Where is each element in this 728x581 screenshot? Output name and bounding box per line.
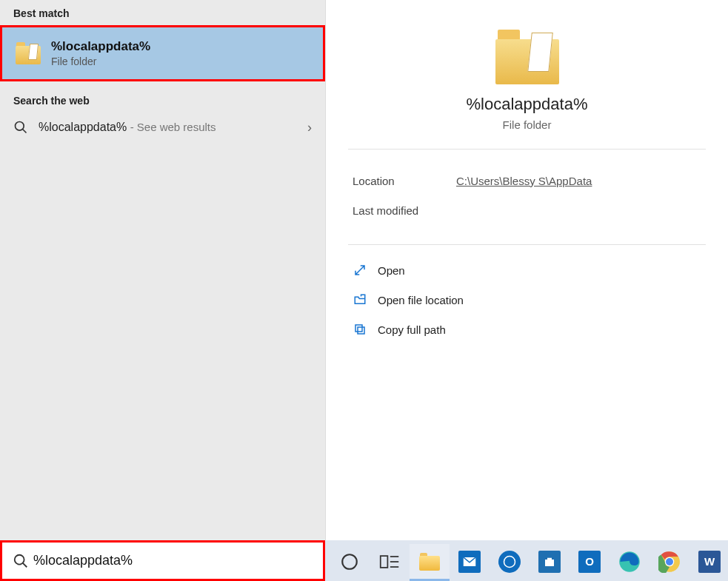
taskbar-dell-app[interactable]	[490, 544, 530, 581]
open-location-label: Open file location	[378, 294, 464, 306]
taskbar-icons: O W	[330, 540, 728, 581]
taskbar-mail[interactable]	[450, 544, 490, 581]
open-action[interactable]: Open	[345, 255, 709, 285]
svg-rect-5	[381, 556, 388, 568]
taskbar-search-box[interactable]	[0, 540, 325, 581]
best-match-section-header: Best match	[0, 0, 325, 22]
taskbar-edge[interactable]	[610, 544, 649, 581]
detail-actions: Open Open file location Copy full path	[326, 245, 728, 355]
detail-title: %localappdata%	[467, 95, 588, 114]
mail-icon	[458, 551, 481, 573]
copy-icon	[353, 322, 367, 337]
task-view-icon	[379, 553, 400, 571]
detail-subtitle: File folder	[503, 118, 552, 131]
svg-point-4	[342, 554, 357, 569]
chevron-right-icon: ›	[307, 120, 312, 135]
svg-rect-3	[355, 325, 362, 332]
best-match-result[interactable]: %localappdata% File folder	[0, 25, 325, 81]
search-web-result[interactable]: %localappdata% - See web results ›	[0, 110, 325, 145]
open-label: Open	[378, 264, 405, 277]
word-icon: W	[698, 551, 721, 573]
taskbar-chrome[interactable]	[649, 544, 689, 581]
web-result-hint: - See web results	[130, 121, 216, 133]
best-match-title: %localappdata%	[51, 39, 150, 54]
chrome-icon	[658, 551, 681, 573]
svg-line-1	[23, 130, 27, 133]
taskbar-store[interactable]	[530, 544, 570, 581]
start-search-detail-panel: %localappdata% File folder Location C:\U…	[325, 0, 728, 540]
taskbar-outlook[interactable]: O	[570, 544, 610, 581]
svg-line-16	[23, 562, 27, 567]
outlook-icon: O	[578, 551, 601, 573]
taskbar-task-view[interactable]	[370, 544, 410, 581]
open-icon	[353, 263, 367, 278]
dell-icon	[498, 551, 521, 573]
start-search-left-panel: Best match %localappdata% File folder Se…	[0, 0, 325, 540]
svg-point-15	[15, 554, 24, 564]
best-match-subtitle: File folder	[51, 56, 150, 67]
folder-icon	[495, 30, 559, 84]
last-modified-label: Last modified	[353, 204, 456, 217]
svg-point-14	[666, 558, 673, 565]
file-explorer-icon	[419, 553, 440, 571]
open-file-location-action[interactable]: Open file location	[345, 285, 709, 315]
detail-preview: %localappdata% File folder	[326, 0, 728, 149]
cortana-icon	[340, 552, 359, 571]
store-icon	[538, 551, 561, 573]
search-icon	[13, 120, 28, 135]
folder-icon	[16, 42, 41, 64]
svg-point-10	[504, 556, 515, 567]
search-icon	[13, 553, 29, 569]
location-label: Location	[353, 175, 456, 187]
taskbar-file-explorer[interactable]	[410, 544, 450, 581]
web-result-text: %localappdata%	[39, 121, 127, 133]
copy-path-label: Copy full path	[378, 323, 446, 336]
search-web-section-header: Search the web	[0, 87, 325, 110]
open-location-icon	[353, 292, 367, 307]
taskbar-word[interactable]: W	[689, 544, 728, 581]
svg-rect-2	[358, 327, 364, 334]
best-match-text: %localappdata% File folder	[51, 39, 150, 67]
taskbar-cortana[interactable]	[330, 544, 370, 581]
location-value-link[interactable]: C:\Users\Blessy S\AppData	[456, 175, 592, 187]
copy-full-path-action[interactable]: Copy full path	[345, 315, 709, 344]
search-input[interactable]	[33, 553, 313, 568]
edge-icon	[618, 551, 641, 573]
svg-point-0	[16, 122, 24, 131]
detail-properties: Location C:\Users\Blessy S\AppData Last …	[326, 150, 728, 244]
